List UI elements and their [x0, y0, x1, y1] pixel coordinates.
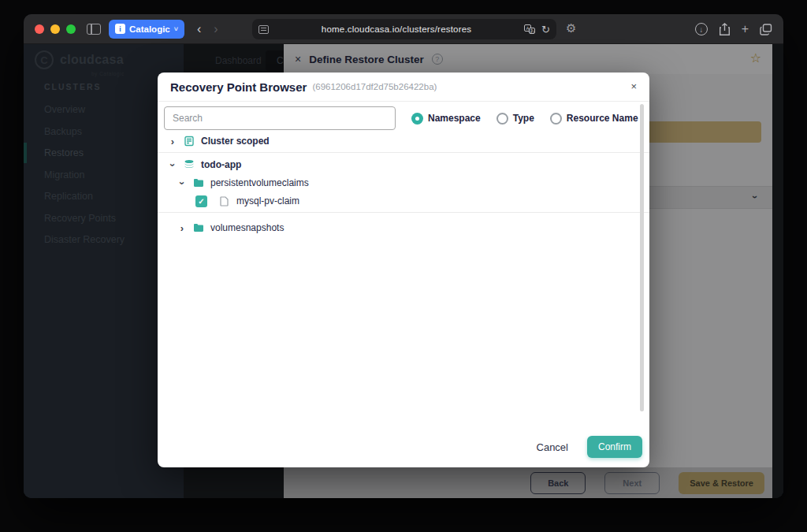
browser-window: i Catalogic ˅ ‹ › home.cloudcasa.io/clus… — [24, 14, 783, 498]
minimize-window-button[interactable] — [50, 24, 60, 34]
browser-chrome: i Catalogic ˅ ‹ › home.cloudcasa.io/clus… — [24, 14, 783, 44]
new-tab-icon[interactable]: + — [742, 22, 749, 36]
tree-row-todo-app[interactable]: › todo-app — [169, 156, 241, 173]
namespace-icon — [183, 159, 195, 171]
traffic-lights — [35, 24, 76, 34]
chevron-right-icon[interactable]: › — [178, 222, 186, 234]
tab-group-label: Catalogic — [129, 24, 170, 34]
page-content: C cloudcasa by Catalogic CLUSTERS Overvi… — [24, 44, 783, 498]
page-settings-icon[interactable] — [258, 25, 269, 34]
address-bar[interactable]: home.cloudcasa.io/clusters/restores Aあ ↻ — [252, 19, 556, 39]
zoom-window-button[interactable] — [66, 24, 76, 34]
cancel-button[interactable]: Cancel — [530, 437, 575, 458]
catalogic-favicon-icon: i — [115, 24, 125, 34]
radio-selected-icon[interactable] — [411, 113, 423, 125]
url-text[interactable]: home.cloudcasa.io/clusters/restores — [269, 24, 524, 34]
forward-button[interactable]: › — [214, 22, 218, 36]
extension-gear-icon[interactable]: ⚙ — [566, 22, 576, 34]
checkbox-checked-icon[interactable]: ✓ — [195, 195, 207, 207]
back-button[interactable]: ‹ — [197, 22, 201, 36]
confirm-button[interactable]: Confirm — [587, 436, 642, 458]
divider — [158, 152, 649, 153]
downloads-icon[interactable]: ↓ — [695, 23, 708, 35]
radio-unselected-icon[interactable] — [550, 113, 562, 125]
chevron-down-icon[interactable]: › — [177, 179, 188, 187]
search-mode-radio-group: Namespace Type Resource Name — [411, 113, 638, 125]
tab-group-button[interactable]: i Catalogic ˅ — [109, 20, 184, 39]
tree-row-volumesnapshots[interactable]: › volumesnapshots — [178, 219, 284, 236]
chevron-down-icon[interactable]: › — [167, 161, 179, 169]
tree-row-cluster-scoped[interactable]: › Cluster scoped — [169, 132, 270, 150]
radio-type[interactable]: Type — [496, 113, 534, 125]
sidebar-toggle-icon[interactable] — [87, 24, 101, 35]
radio-unselected-icon[interactable] — [496, 113, 508, 125]
divider — [158, 212, 649, 213]
folder-icon — [192, 222, 204, 234]
radio-namespace[interactable]: Namespace — [411, 113, 481, 125]
folder-icon — [192, 177, 204, 189]
search-input[interactable] — [164, 106, 396, 130]
tree-row-persistentvolumeclaims[interactable]: › persistentvolumeclaims — [178, 174, 309, 192]
share-icon[interactable] — [719, 23, 731, 36]
chevron-right-icon[interactable]: › — [169, 136, 177, 147]
modal-footer: Cancel Confirm — [158, 431, 649, 467]
recovery-point-browser-modal: Recovery Point Browser (6961206d17df2d75… — [158, 73, 649, 467]
cluster-icon — [183, 136, 195, 147]
modal-title: Recovery Point Browser — [170, 80, 307, 94]
file-icon — [218, 195, 230, 207]
close-window-button[interactable] — [35, 24, 44, 34]
scrollbar-thumb[interactable] — [640, 104, 644, 411]
tab-overview-icon[interactable] — [760, 24, 772, 35]
recovery-point-id: (6961206d17df2d75b26422ba) — [312, 82, 437, 91]
radio-resource-name[interactable]: Resource Name — [550, 113, 638, 125]
tree-row-mysql-pv-claim[interactable]: ✓ mysql-pv-claim — [195, 192, 299, 210]
chevron-down-icon: ˅ — [174, 25, 178, 33]
reload-icon[interactable]: ↻ — [541, 24, 550, 35]
filter-controls: Namespace Type Resource Name — [164, 106, 642, 130]
translate-icon[interactable]: Aあ — [524, 24, 535, 34]
close-icon[interactable]: × — [627, 79, 640, 94]
modal-header: Recovery Point Browser (6961206d17df2d75… — [158, 73, 649, 102]
